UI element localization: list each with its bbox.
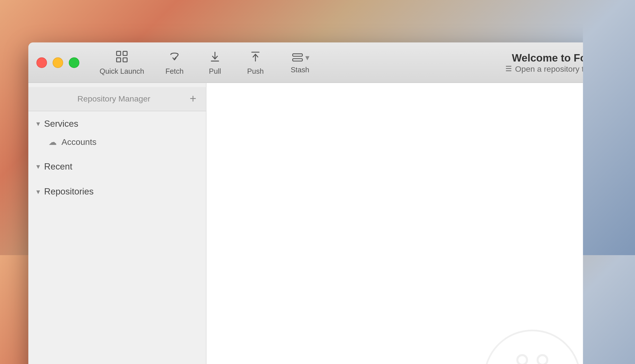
svg-point-10	[538, 355, 547, 364]
sidebar-section-services: ▾ Services ☁ Accounts	[28, 111, 206, 154]
pull-label: Pull	[209, 67, 221, 75]
recent-label: Recent	[44, 161, 72, 172]
repositories-label: Repositories	[44, 187, 94, 197]
quick-launch-icon	[115, 50, 129, 65]
welcome-subtitle: ☰ Open a repository to start	[505, 64, 583, 73]
svg-rect-4	[293, 54, 302, 56]
services-header[interactable]: ▾ Services	[28, 115, 206, 133]
fork-watermark-svg	[510, 352, 555, 364]
sidebar-item-accounts[interactable]: ☁ Accounts	[28, 133, 206, 151]
stash-button[interactable]: ▾ Stash	[278, 47, 322, 78]
fetch-button[interactable]: Fetch	[156, 46, 193, 79]
traffic-lights	[36, 57, 79, 68]
stash-icon: ▾	[291, 50, 309, 64]
sidebar: Repository Manager + ▾ Services ☁ Accoun…	[28, 83, 207, 364]
fetch-label: Fetch	[165, 67, 184, 75]
welcome-subtitle-text: Open a repository to start	[515, 64, 583, 73]
svg-point-9	[517, 355, 527, 364]
sidebar-section-repositories: ▾ Repositories	[28, 179, 206, 204]
fetch-icon	[168, 50, 182, 65]
svg-rect-0	[117, 51, 121, 55]
repo-manager-label: Repository Manager	[38, 94, 190, 103]
sidebar-section-recent: ▾ Recent	[28, 154, 206, 179]
titlebar: Quick Launch Fetch	[28, 43, 583, 83]
fork-circle-icon	[484, 330, 581, 364]
repositories-header[interactable]: ▾ Repositories	[28, 182, 206, 201]
recent-header[interactable]: ▾ Recent	[28, 157, 206, 176]
welcome-title: Welcome to Fork!	[512, 52, 583, 64]
menu-icon: ☰	[505, 64, 512, 73]
fork-main-window: Quick Launch Fetch	[28, 43, 583, 364]
minimize-button[interactable]	[52, 57, 63, 68]
close-button[interactable]	[36, 57, 47, 68]
svg-rect-1	[123, 51, 127, 55]
services-label: Services	[44, 118, 78, 129]
push-label: Push	[247, 67, 264, 75]
services-chevron-icon: ▾	[36, 119, 40, 128]
svg-rect-3	[123, 58, 127, 62]
quick-launch-label: Quick Launch	[100, 67, 144, 75]
accounts-label: Accounts	[62, 137, 96, 147]
push-button[interactable]: Push	[237, 46, 274, 79]
recent-chevron-icon: ▾	[36, 162, 40, 171]
repositories-chevron-icon: ▾	[36, 187, 40, 196]
push-icon	[249, 50, 262, 65]
add-repo-button[interactable]: +	[190, 92, 196, 105]
toolbar: Quick Launch Fetch	[91, 46, 583, 79]
window-body: Repository Manager + ▾ Services ☁ Accoun…	[28, 83, 583, 364]
quick-launch-button[interactable]: Quick Launch	[91, 46, 152, 79]
pull-button[interactable]: Pull	[197, 46, 233, 79]
stash-label: Stash	[291, 66, 309, 75]
pull-icon	[208, 50, 222, 65]
main-content-area	[207, 83, 583, 364]
fullscreen-button[interactable]	[69, 57, 79, 68]
svg-rect-2	[117, 58, 121, 62]
fork-watermark	[484, 330, 581, 364]
svg-rect-5	[293, 59, 302, 61]
repo-manager-bar: Repository Manager +	[28, 87, 206, 111]
toolbar-welcome: Welcome to Fork! ☰ Open a repository to …	[326, 52, 583, 73]
cloud-icon: ☁	[49, 137, 57, 147]
